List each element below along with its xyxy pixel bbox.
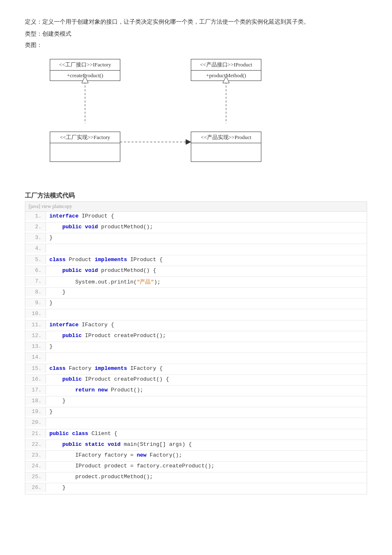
code-row: 20. xyxy=(25,418,367,429)
code-row: 13.} xyxy=(25,342,367,353)
line-number: 20. xyxy=(25,418,46,427)
code-row: 10. xyxy=(25,309,367,320)
line-number: 18. xyxy=(25,396,46,405)
line-code: } xyxy=(46,407,56,416)
line-number: 15. xyxy=(25,364,46,373)
factory-interface-header: <<工厂接口>>IFactory xyxy=(50,59,120,71)
line-code xyxy=(46,309,56,320)
factory-impl-header: <<工厂实现>>Factory xyxy=(50,132,120,143)
code-block: 1.interface IProduct {2. public void pro… xyxy=(25,211,367,494)
line-code: } xyxy=(46,233,56,242)
line-code: IProduct prodect = factory.createProduct… xyxy=(46,462,218,470)
line-code: prodect.productMethod(); xyxy=(46,472,156,481)
line-number: 6. xyxy=(25,266,46,275)
code-row: 6. public void productMethod() { xyxy=(25,266,367,277)
line-code: interface IProduct { xyxy=(46,212,117,220)
line-code: IFactory factory = new Factory(); xyxy=(46,451,185,460)
line-code: interface IFactory { xyxy=(46,320,117,329)
code-row: 15.class Factory implements IFactory { xyxy=(25,364,367,375)
line-number: 25. xyxy=(25,472,46,481)
factory-interface-method: +createProduct() xyxy=(50,71,120,81)
product-impl-box: <<产品实现>>Product xyxy=(191,132,261,162)
code-row: 11.interface IFactory { xyxy=(25,320,367,331)
description-line3: 类图： xyxy=(25,40,367,50)
code-row: 7. System.out.println("产品"); xyxy=(25,277,367,288)
code-row: 14. xyxy=(25,353,367,364)
line-number: 11. xyxy=(25,320,46,329)
factory-impl-empty2 xyxy=(50,152,120,161)
svg-marker-5 xyxy=(186,139,191,144)
code-row: 12. public IProduct createProduct(); xyxy=(25,331,367,342)
line-code: } xyxy=(46,298,56,307)
line-code: public void productMethod(); xyxy=(46,222,156,231)
line-number: 21. xyxy=(25,429,46,438)
class-diagram: <<工厂接口>>IFactory +createProduct() <<产品接口… xyxy=(50,59,290,175)
line-code: } xyxy=(46,396,69,405)
code-row: 5.class Product implements IProduct { xyxy=(25,255,367,266)
line-code xyxy=(46,353,56,364)
product-impl-empty2 xyxy=(191,152,261,161)
line-number: 10. xyxy=(25,309,46,318)
line-number: 9. xyxy=(25,298,46,307)
line-number: 13. xyxy=(25,342,46,351)
code-row: 22. public static void main(String[] arg… xyxy=(25,440,367,451)
description-line1: 定义：定义一个用于创建对象的接口，让子类决定实例化哪一个类，工厂方法使一个类的实… xyxy=(25,17,367,27)
code-row: 24. IProduct prodect = factory.createPro… xyxy=(25,462,367,472)
product-interface-header: <<产品接口>>IProduct xyxy=(191,59,261,71)
code-row: 18. } xyxy=(25,396,367,407)
line-code: class Factory implements IFactory { xyxy=(46,364,166,373)
line-number: 3. xyxy=(25,233,46,242)
line-number: 8. xyxy=(25,288,46,296)
code-toolbar[interactable]: [java] view plaincopy xyxy=(25,201,367,211)
code-row: 26. } xyxy=(25,483,367,494)
line-number: 14. xyxy=(25,353,46,362)
line-code: public class Client { xyxy=(46,429,121,438)
line-code: class Product implements IProduct { xyxy=(46,255,166,264)
line-code: } xyxy=(46,342,56,351)
line-number: 26. xyxy=(25,483,46,492)
code-row: 23. IFactory factory = new Factory(); xyxy=(25,451,367,462)
code-row: 25. prodect.productMethod(); xyxy=(25,472,367,483)
factory-interface-box: <<工厂接口>>IFactory +createProduct() xyxy=(50,59,120,81)
code-section: 工厂方法模式代码 [java] view plaincopy 1.interfa… xyxy=(25,192,367,494)
line-code: System.out.println("产品"); xyxy=(46,277,164,287)
line-number: 5. xyxy=(25,255,46,264)
line-number: 19. xyxy=(25,407,46,416)
code-row: 9.} xyxy=(25,298,367,309)
line-number: 24. xyxy=(25,462,46,470)
line-code: } xyxy=(46,483,69,492)
code-row: 19.} xyxy=(25,407,367,418)
line-code: public void productMethod() { xyxy=(46,266,160,275)
code-row: 3.} xyxy=(25,233,367,244)
line-code: } xyxy=(46,288,69,296)
line-code: public IProduct createProduct() { xyxy=(46,375,173,384)
factory-impl-box: <<工厂实现>>Factory xyxy=(50,132,120,162)
section-title: 工厂方法模式代码 xyxy=(25,192,367,200)
line-code: public IProduct createProduct(); xyxy=(46,331,169,340)
code-row: 2. public void productMethod(); xyxy=(25,222,367,233)
line-number: 17. xyxy=(25,386,46,394)
code-row: 21.public class Client { xyxy=(25,429,367,440)
code-row: 1.interface IProduct { xyxy=(25,212,367,222)
code-row: 17. return new Product(); xyxy=(25,386,367,396)
line-code: public static void main(String[] args) { xyxy=(46,440,195,449)
code-row: 8. } xyxy=(25,288,367,298)
line-number: 7. xyxy=(25,277,46,286)
product-impl-header: <<产品实现>>Product xyxy=(191,132,261,143)
line-number: 22. xyxy=(25,440,46,449)
line-number: 23. xyxy=(25,451,46,460)
line-code: return new Product(); xyxy=(46,386,146,394)
product-interface-method: +productMethod() xyxy=(191,71,261,81)
line-number: 4. xyxy=(25,244,46,253)
line-number: 2. xyxy=(25,222,46,231)
factory-impl-empty1 xyxy=(50,143,120,152)
line-number: 16. xyxy=(25,375,46,384)
line-number: 1. xyxy=(25,212,46,220)
product-interface-box: <<产品接口>>IProduct +productMethod() xyxy=(191,59,261,81)
line-code xyxy=(46,418,56,429)
code-row: 4. xyxy=(25,244,367,255)
line-number: 12. xyxy=(25,331,46,340)
line-code xyxy=(46,244,56,255)
code-row: 16. public IProduct createProduct() { xyxy=(25,375,367,386)
description-line2: 类型：创建类模式 xyxy=(25,29,367,39)
